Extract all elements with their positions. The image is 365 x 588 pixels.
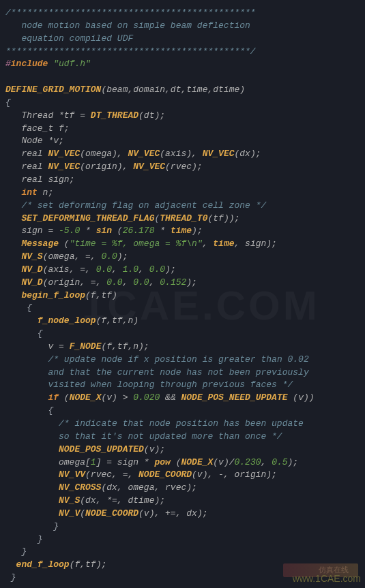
- node-pos-updated: NODE_POS_UPDATED: [59, 444, 144, 454]
- int-kw: int: [21, 187, 37, 198]
- url-watermark: www.1CAE.com: [293, 572, 361, 585]
- set-deforming: SET_DEFORMING_THREAD_FLAG: [21, 213, 154, 223]
- brace-close-final: }: [11, 572, 16, 583]
- include-file: "udf.h": [53, 59, 91, 69]
- comment-border-bottom: ****************************************…: [5, 46, 256, 57]
- defgrid-args: (beam,domain,dt,time,dtime): [101, 84, 245, 95]
- facet-decl: face_t f;: [21, 123, 69, 134]
- brace-open-1: {: [5, 97, 11, 108]
- comment-line-1: node motion based on simple beam deflect…: [5, 20, 250, 31]
- thread-decl: Thread *tf =: [21, 110, 90, 121]
- cmt-deform: /* set deforming flag on adjacent cell z…: [21, 200, 266, 211]
- if-kw: if: [48, 392, 59, 403]
- code-block: /***************************************…: [0, 0, 365, 588]
- comment-line-2: equation compiled UDF: [5, 33, 133, 44]
- end-f-loop: end_f_loop: [16, 559, 70, 570]
- comment-border-top: /***************************************…: [5, 7, 256, 18]
- hash: #: [5, 59, 11, 69]
- sign-decl: real sign;: [21, 174, 74, 185]
- node-decl: Node *v;: [21, 136, 63, 146]
- dt-thread: DT_THREAD: [91, 110, 138, 121]
- message-fn: Message: [21, 238, 59, 249]
- begin-f-loop: begin_f_loop: [21, 290, 85, 300]
- nvs: NV_S: [21, 251, 42, 262]
- f-node-loop: f_node_loop: [38, 315, 96, 326]
- include-kw: include: [11, 59, 48, 69]
- define-grid-motion: DEFINE_GRID_MOTION: [5, 84, 101, 95]
